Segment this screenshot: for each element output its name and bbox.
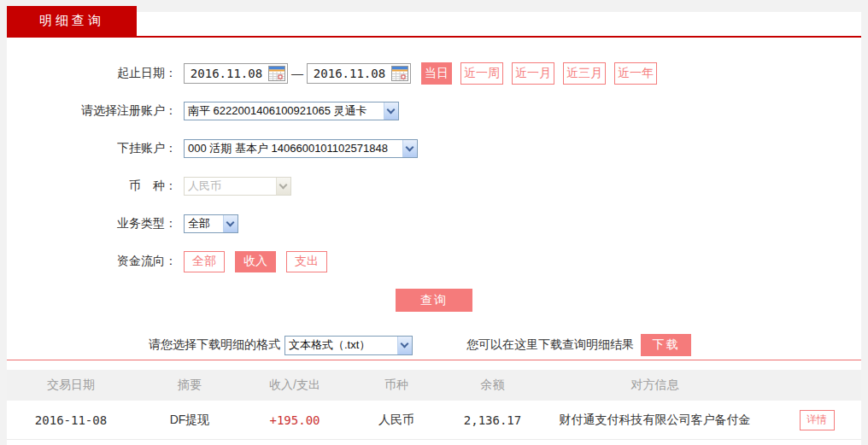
table-header-row: 交易日期 摘要 收入/支出 币种 余额 对方信息 — [7, 370, 861, 401]
download-format-value: 文本格式（.txt） — [285, 337, 397, 353]
register-account-row: 请选择注册账户： 南平 6222001406100921065 灵通卡 — [7, 100, 861, 121]
quick-range-today-button[interactable]: 当日 — [421, 62, 452, 85]
date-start-input[interactable]: 2016.11.08 — [184, 63, 288, 84]
download-hint: 您可以在这里下载查询明细结果 — [466, 337, 634, 353]
date-end-input[interactable]: 2016.11.08 — [307, 63, 411, 84]
chevron-down-icon — [402, 140, 417, 157]
download-button[interactable]: 下载 — [641, 334, 691, 356]
download-format-label: 请您选择下载明细的格式 — [149, 337, 280, 353]
detail-button[interactable]: 详情 — [800, 410, 835, 430]
calendar-icon[interactable] — [268, 66, 285, 81]
header-currency: 币种 — [345, 378, 448, 393]
business-type-value: 全部 — [185, 216, 223, 231]
currency-row: 币 种： 人民币 — [7, 175, 861, 196]
tab-detail-query[interactable]: 明细查询 — [7, 6, 137, 36]
table-row: 2016-11-08 DF提现 +195.00 人民币 2,136.17 财付通… — [7, 401, 861, 440]
header-trade-date: 交易日期 — [7, 378, 135, 393]
cell-currency: 人民币 — [345, 413, 448, 428]
fund-flow-all-button[interactable]: 全部 — [184, 251, 225, 272]
header-income-expense: 收入/支出 — [244, 378, 345, 393]
header-balance: 余额 — [448, 378, 537, 393]
date-range-separator: — — [291, 67, 303, 80]
cell-summary: DF提现 — [135, 413, 244, 428]
header-counterparty: 对方信息 — [537, 378, 772, 393]
business-type-label: 业务类型： — [7, 216, 177, 231]
results-table: 交易日期 摘要 收入/支出 币种 余额 对方信息 2016-11-08 DF提现… — [7, 370, 861, 440]
cell-balance: 2,136.17 — [448, 413, 537, 427]
sub-account-value: 000 活期 基本户 1406600101102571848 — [185, 141, 402, 156]
date-range-row: 起止日期： 2016.11.08 — 2016.11.08 — [7, 62, 861, 84]
date-range-label: 起止日期： — [7, 66, 177, 81]
register-account-value: 南平 6222001406100921065 灵通卡 — [185, 103, 384, 119]
date-end-value: 2016.11.08 — [308, 67, 391, 80]
header-summary: 摘要 — [135, 378, 244, 393]
sub-account-row: 下挂账户： 000 活期 基本户 1406600101102571848 — [7, 138, 861, 159]
fund-flow-label: 资金流向： — [7, 254, 177, 269]
cell-amount: +195.00 — [244, 413, 345, 427]
query-row: 查询 — [7, 289, 861, 312]
cell-action: 详情 — [772, 410, 861, 430]
chevron-down-icon — [384, 102, 398, 120]
chevron-down-icon — [223, 215, 238, 232]
sub-account-label: 下挂账户： — [7, 141, 177, 156]
currency-label: 币 种： — [7, 179, 177, 194]
table-top-divider — [7, 360, 861, 360]
query-form: 起止日期： 2016.11.08 — 2016.11.08 — [7, 62, 861, 356]
register-account-label: 请选择注册账户： — [7, 103, 177, 119]
cell-counterparty: 财付通支付科技有限公司客户备付金 — [537, 413, 772, 428]
date-start-value: 2016.11.08 — [185, 67, 268, 80]
quick-range-year-button[interactable]: 近一年 — [614, 62, 657, 85]
register-account-select[interactable]: 南平 6222001406100921065 灵通卡 — [184, 102, 399, 120]
tab-label: 明细查询 — [39, 13, 104, 29]
business-type-select[interactable]: 全部 — [184, 214, 238, 233]
download-row: 请您选择下载明细的格式 文本格式（.txt） 您可以在这里下载查询明细结果 下载 — [7, 334, 861, 356]
fund-flow-expense-button[interactable]: 支出 — [286, 251, 327, 272]
fund-flow-income-button[interactable]: 收入 — [235, 251, 276, 272]
download-format-select[interactable]: 文本格式（.txt） — [284, 336, 413, 355]
currency-value: 人民币 — [185, 179, 276, 194]
quick-range-month-button[interactable]: 近一月 — [512, 62, 554, 85]
detail-query-page: 明细查询 起止日期： 2016.11.08 — 2 — [0, 0, 868, 445]
currency-select: 人民币 — [184, 177, 291, 196]
query-button[interactable]: 查询 — [396, 289, 472, 312]
calendar-icon[interactable] — [391, 66, 408, 81]
quick-range-week-button[interactable]: 近一周 — [460, 62, 503, 85]
tab-underline — [7, 36, 861, 38]
fund-flow-row: 资金流向： 全部 收入 支出 — [7, 250, 861, 272]
business-type-row: 业务类型： 全部 — [7, 213, 861, 234]
quick-range-3month-button[interactable]: 近三月 — [563, 62, 606, 85]
cell-trade-date: 2016-11-08 — [7, 413, 135, 427]
chevron-down-icon — [397, 337, 412, 354]
sub-account-select[interactable]: 000 活期 基本户 1406600101102571848 — [184, 139, 418, 158]
chevron-down-icon — [276, 178, 290, 195]
